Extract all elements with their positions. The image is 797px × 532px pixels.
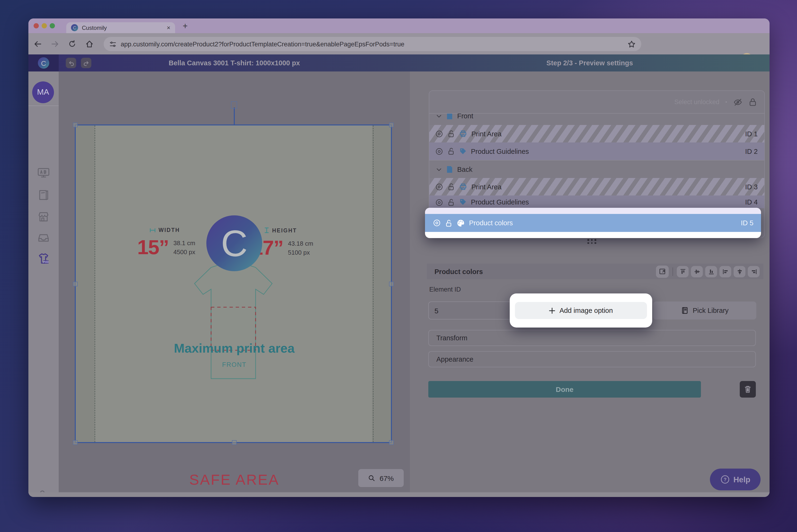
sidebar-divider xyxy=(29,106,59,106)
visibility-eye-icon[interactable] xyxy=(435,198,443,207)
chevron-down-icon[interactable] xyxy=(436,166,442,172)
new-tab-button[interactable]: + xyxy=(183,21,188,31)
height-dimension: HEIGHT 17” 43.18 cm5100 px xyxy=(252,227,327,259)
sidebar-item-inbox[interactable] xyxy=(36,230,51,245)
add-image-option-button[interactable]: Add image option xyxy=(515,302,647,319)
sidebar-item-store[interactable] xyxy=(36,210,51,224)
align-top-button[interactable] xyxy=(677,266,689,277)
sidebar-item-pod-products[interactable]: POD xyxy=(36,252,51,266)
browser-tab-customily[interactable]: C Customily × xyxy=(66,22,175,33)
magnifier-icon xyxy=(368,475,375,481)
sidebar-item-design-editor[interactable] xyxy=(36,166,51,180)
browser-window: C Customily × + app.customily.com/creat xyxy=(29,18,770,497)
tab-title: Customily xyxy=(82,24,163,31)
unlock-icon[interactable] xyxy=(445,219,453,227)
selection-handle-e[interactable] xyxy=(389,282,394,286)
layer-row-product-guidelines-front[interactable]: Product Guidelines ID 2 xyxy=(429,142,764,160)
selection-handle-sw[interactable] xyxy=(73,440,78,445)
site-settings-icon[interactable] xyxy=(109,40,116,48)
pick-library-button[interactable]: Pick Library xyxy=(653,302,756,320)
selection-handle-nw[interactable] xyxy=(73,122,78,127)
artboard[interactable]: WIDTH 15” 38.1 cm4500 px × HEIGHT xyxy=(75,125,392,443)
fit-to-canvas-button[interactable] xyxy=(656,265,669,278)
rotate-handle-stem xyxy=(234,108,235,126)
spotlight-product-colors-row: Product colors ID 5 xyxy=(425,208,761,238)
tab-close-icon[interactable]: × xyxy=(167,24,170,31)
browser-tab-strip: C Customily × + xyxy=(29,18,770,33)
printer-icon xyxy=(459,183,467,191)
element-id-label: Element ID xyxy=(429,286,461,293)
template-title: Bella Canvas 3001 T-shirt: 1000x1000 px xyxy=(59,54,410,72)
select-unlocked-label[interactable]: Select unlocked xyxy=(674,98,719,106)
rotate-handle[interactable] xyxy=(231,101,237,109)
reload-icon[interactable] xyxy=(66,38,78,50)
unlock-icon[interactable] xyxy=(448,183,455,191)
bookmark-star-icon[interactable] xyxy=(628,40,635,48)
url-bar[interactable]: app.customily.com/createProduct2?forProd… xyxy=(103,37,641,51)
hide-all-eye-off-icon[interactable] xyxy=(733,97,743,107)
layer-group-back[interactable]: Back xyxy=(429,160,764,178)
visibility-eye-icon[interactable] xyxy=(435,183,443,191)
align-middle-button[interactable] xyxy=(691,266,703,277)
visibility-eye-icon[interactable] xyxy=(435,130,443,138)
user-avatar[interactable]: MA xyxy=(32,81,54,103)
customily-watermark-logo: C xyxy=(206,215,262,271)
preview-settings-panel: Select unlocked Front xyxy=(410,72,770,492)
lock-all-icon[interactable] xyxy=(749,97,757,107)
selection-handle-s[interactable] xyxy=(232,440,236,445)
help-question-icon: ? xyxy=(720,475,729,484)
align-bottom-button[interactable] xyxy=(705,266,717,277)
pod-badge-text: POD xyxy=(43,261,49,263)
align-center-button[interactable] xyxy=(734,266,745,277)
mac-close-button[interactable] xyxy=(34,23,39,28)
zoom-control[interactable]: 67% xyxy=(358,469,404,487)
back-icon[interactable] xyxy=(32,38,43,50)
forward-icon[interactable] xyxy=(49,38,61,50)
mac-minimize-button[interactable] xyxy=(42,23,47,28)
layer-row-product-colors-selected[interactable]: Product colors ID 5 xyxy=(425,214,761,232)
layer-row-print-area-back[interactable]: Print Area ID 3 xyxy=(429,178,764,195)
help-button[interactable]: ? Help xyxy=(710,469,761,490)
window-footer-strip xyxy=(29,492,770,497)
safe-area-label: SAFE AREA xyxy=(76,471,393,489)
layer-row-print-area-front[interactable]: Print Area ID 1 xyxy=(429,125,764,142)
editor-header: C Bella Canvas 3001 T-shirt: 1000x1000 p… xyxy=(29,54,770,72)
front-label: FRONT xyxy=(76,361,393,368)
section-title: Product colors xyxy=(435,268,653,275)
width-inches: 15” xyxy=(137,236,169,259)
page-icon xyxy=(446,114,453,120)
selection-handle-se[interactable] xyxy=(389,440,394,445)
height-metric: 43.18 cm5100 px xyxy=(288,239,313,257)
align-left-button[interactable] xyxy=(719,266,731,277)
design-canvas-area[interactable]: WIDTH 15” 38.1 cm4500 px × HEIGHT xyxy=(59,72,410,492)
selection-handle-ne[interactable] xyxy=(389,122,394,127)
chevron-down-icon[interactable] xyxy=(436,114,442,119)
done-button[interactable]: Done xyxy=(428,381,701,398)
layer-row-product-guidelines-back[interactable]: Product Guidelines ID 4 xyxy=(429,195,764,208)
unlock-icon[interactable] xyxy=(448,130,455,138)
home-icon[interactable] xyxy=(84,38,95,50)
mac-zoom-button[interactable] xyxy=(50,23,55,28)
visibility-eye-icon[interactable] xyxy=(433,218,441,227)
transform-section[interactable]: Transform xyxy=(428,330,756,346)
width-metric: 38.1 cm4500 px xyxy=(173,238,195,256)
toolbar-divider xyxy=(672,267,673,276)
visibility-eye-icon[interactable] xyxy=(435,147,443,155)
customily-logo[interactable]: C xyxy=(29,54,59,72)
appearance-section[interactable]: Appearance xyxy=(428,351,756,367)
library-book-icon xyxy=(681,307,688,314)
unlock-icon[interactable] xyxy=(448,198,455,206)
sidebar-item-templates[interactable] xyxy=(36,188,51,202)
url-text[interactable]: app.customily.com/createProduct2?forProd… xyxy=(121,40,623,48)
svg-text:?: ? xyxy=(723,477,726,482)
panel-resize-drag-handle[interactable] xyxy=(587,239,596,244)
align-right-button[interactable] xyxy=(748,266,760,277)
right-guide-line xyxy=(373,126,374,442)
unlock-icon[interactable] xyxy=(448,147,455,155)
delete-element-button[interactable] xyxy=(740,381,756,398)
plus-icon xyxy=(549,307,555,314)
layer-group-front[interactable]: Front xyxy=(429,114,764,125)
max-print-area-label: Maximum print area xyxy=(76,341,393,356)
width-dimension: WIDTH 15” 38.1 cm4500 px xyxy=(137,227,213,259)
selection-handle-w[interactable] xyxy=(73,282,78,286)
